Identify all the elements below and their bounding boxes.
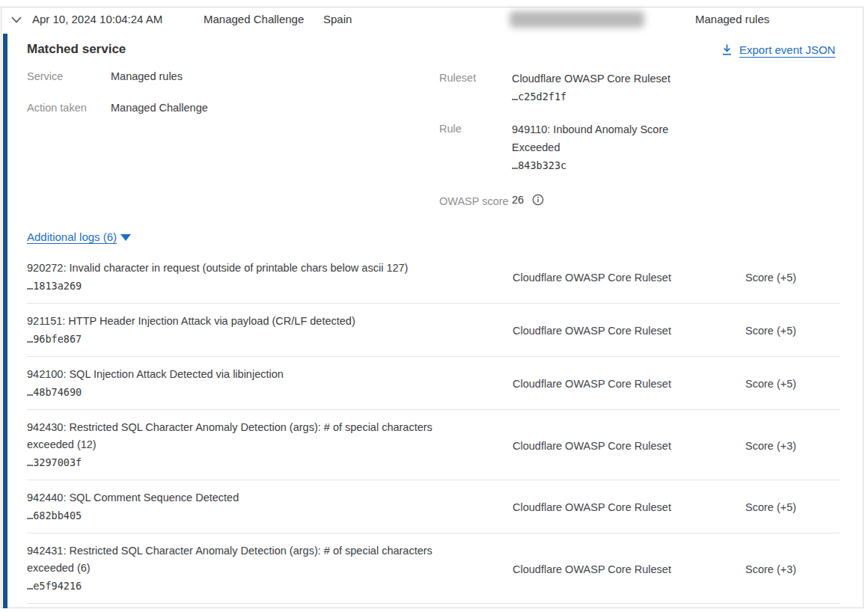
download-icon [721, 43, 733, 56]
log-description: 942430: Restricted SQL Character Anomaly… [27, 421, 433, 450]
ruleset-id: …c25d2f1f [512, 91, 566, 102]
log-description-cell: 942100: SQL Injection Attack Detected vi… [27, 366, 486, 402]
additional-logs-label: Additional logs (6) [27, 230, 117, 243]
action-taken-value: Managed Challenge [111, 102, 208, 114]
log-description-cell: 921151: HTTP Header Injection Attack via… [27, 313, 486, 349]
event-service: Managed rules [695, 13, 769, 25]
log-score: Score (+3) [745, 563, 840, 575]
expanded-row-accent-bar [3, 34, 7, 608]
event-action: Managed Challenge [204, 13, 304, 25]
log-description-cell: 920272: Invalid character in request (ou… [27, 260, 486, 296]
log-description: 942440: SQL Comment Sequence Detected [27, 492, 239, 504]
log-row: 942431: Restricted SQL Character Anomaly… [27, 533, 840, 604]
export-link-label: Export event JSON [739, 43, 835, 56]
export-event-json-link[interactable]: Export event JSON [721, 43, 835, 56]
service-value: Managed rules [111, 70, 183, 82]
log-ruleset: Cloudflare OWASP Core Ruleset [486, 378, 745, 390]
log-row: 921151: HTTP Header Injection Attack via… [27, 304, 840, 357]
table-top-border [1, 7, 863, 7]
event-detail-screen: Apr 10, 2024 10:04:24 AM Managed Challen… [0, 0, 868, 612]
log-ruleset: Cloudflare OWASP Core Ruleset [486, 440, 745, 452]
log-description: 942100: SQL Injection Attack Detected vi… [27, 368, 284, 380]
log-description: 921151: HTTP Header Injection Attack via… [27, 315, 355, 327]
log-description: 942431: Restricted SQL Character Anomaly… [27, 545, 433, 574]
log-rule-id: …96bfe867 [27, 330, 471, 349]
ruleset-value: Cloudflare OWASP Core Ruleset …c25d2f1f [512, 70, 699, 105]
log-description-cell: 942430: Restricted SQL Character Anomaly… [27, 419, 486, 472]
rule-id: …843b323c [512, 159, 566, 171]
rule-name: 949110: Inbound Anomaly Score Exceeded [512, 123, 668, 153]
rule-label: Rule [439, 123, 462, 135]
log-description-cell: 942431: Restricted SQL Character Anomaly… [27, 542, 486, 596]
owasp-score-value: 26 [512, 194, 524, 206]
table-bottom-border [1, 608, 863, 608]
event-country: Spain [323, 13, 352, 25]
additional-logs-table: 920272: Invalid character in request (ou… [27, 257, 840, 604]
log-row: 942100: SQL Injection Attack Detected vi… [27, 357, 840, 410]
log-score: Score (+5) [745, 272, 840, 284]
redacted-value-blur [510, 11, 644, 28]
rule-value: 949110: Inbound Anomaly Score Exceeded …… [512, 120, 699, 174]
owasp-score-label: OWASP score [439, 195, 509, 207]
table-left-border [1, 7, 1, 608]
log-description-cell: 942440: SQL Comment Sequence Detected …6… [27, 489, 486, 525]
owasp-score-row: 26 [512, 194, 544, 206]
log-rule-id: …48b74690 [27, 383, 471, 402]
log-score: Score (+5) [745, 325, 840, 337]
log-ruleset: Cloudflare OWASP Core Ruleset [486, 272, 745, 284]
log-rule-id: …1813a269 [27, 277, 471, 296]
log-description: 920272: Invalid character in request (ou… [27, 262, 408, 274]
table-right-border [863, 7, 864, 608]
caret-down-icon [120, 234, 131, 241]
log-row: 942440: SQL Comment Sequence Detected …6… [27, 480, 840, 533]
log-ruleset: Cloudflare OWASP Core Ruleset [486, 325, 745, 337]
chevron-down-icon[interactable] [10, 13, 23, 25]
log-score: Score (+3) [745, 440, 840, 452]
ruleset-name: Cloudflare OWASP Core Ruleset [512, 73, 670, 85]
service-label: Service [27, 70, 63, 82]
log-rule-id: …3297003f [27, 453, 471, 472]
log-row: 942430: Restricted SQL Character Anomaly… [27, 410, 840, 480]
ruleset-label: Ruleset [439, 72, 476, 84]
log-ruleset: Cloudflare OWASP Core Ruleset [486, 563, 745, 575]
panel-title: Matched service [27, 42, 126, 57]
action-taken-label: Action taken [27, 102, 87, 114]
log-rule-id: …e5f94216 [27, 577, 471, 596]
log-row: 920272: Invalid character in request (ou… [27, 257, 840, 304]
log-rule-id: …682bb405 [27, 507, 471, 525]
additional-logs-toggle[interactable]: Additional logs (6) [27, 230, 131, 243]
log-ruleset: Cloudflare OWASP Core Ruleset [486, 501, 745, 513]
info-icon[interactable] [532, 194, 544, 206]
log-score: Score (+5) [745, 501, 840, 513]
event-timestamp: Apr 10, 2024 10:04:24 AM [32, 13, 162, 25]
log-score: Score (+5) [745, 378, 840, 390]
